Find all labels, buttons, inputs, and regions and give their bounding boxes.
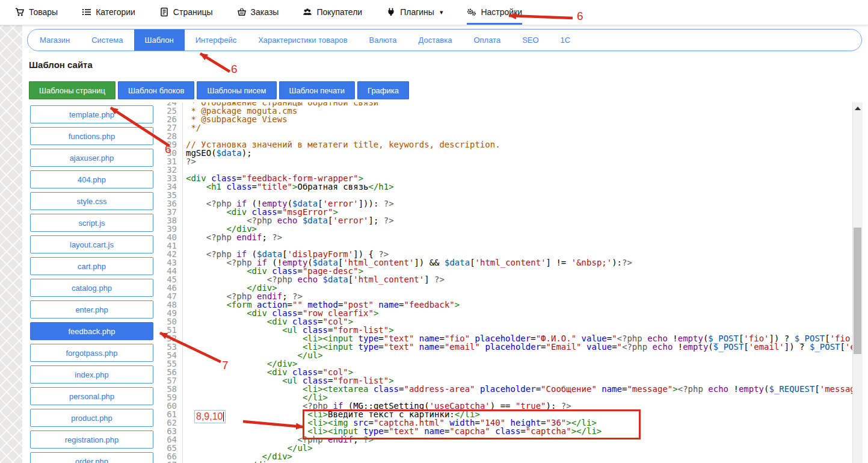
scroll-up-arrow-icon[interactable] (855, 107, 861, 110)
code-text[interactable]: <?php echo $data['html_content'] ?> (182, 275, 445, 284)
code-text[interactable]: <?php endif; ?> (182, 435, 374, 444)
code-text[interactable]: <div class="page-desc"> (182, 267, 363, 275)
nav-item-orders[interactable]: Заказы (237, 0, 279, 25)
code-text[interactable]: <div class="row clearfix"> (182, 309, 378, 317)
code-text[interactable]: </div> (182, 225, 257, 233)
code-text[interactable]: <div class="feedback-form-wrapper"> (182, 174, 363, 182)
annotation-note-input[interactable]: 8,9,10 (194, 410, 226, 423)
nav-item-pages[interactable]: Страницы (159, 0, 213, 25)
code-text[interactable]: </div> (182, 359, 297, 368)
code-line-56: 56 <div class="col"> (162, 368, 852, 376)
plug-icon (386, 7, 396, 17)
tab-seo[interactable]: SEO (511, 30, 549, 51)
code-text[interactable]: <li><input type="text" name="capcha" cla… (182, 427, 602, 435)
tab-currency[interactable]: Валюта (359, 30, 408, 51)
code-text[interactable]: <?php endif; ?> (182, 292, 303, 300)
code-text[interactable] (182, 132, 186, 140)
code-line-33: 33<div class="feedback-form-wrapper"> (162, 174, 852, 182)
line-number: 43 (162, 258, 182, 267)
file-item-layout.cart.js[interactable]: layout.cart.js (30, 235, 153, 253)
code-text[interactable]: <h1 class="title">Обратная связь</h1> (182, 182, 394, 191)
tab-product-properties[interactable]: Характеристики товаров (247, 30, 358, 51)
code-text[interactable]: <li><textarea class="address-area" place… (182, 385, 852, 393)
code-editor[interactable]: 24 * Отображение страницы обратной связи… (162, 102, 852, 463)
tab-interface[interactable]: Интерфейс (185, 30, 247, 51)
code-text[interactable]: <div class="msgError"> (182, 208, 338, 216)
annotation-note-text: 8,9,10 (196, 411, 223, 422)
file-item-product.php[interactable]: product.php (30, 409, 153, 427)
code-text[interactable]: </div> (182, 461, 277, 463)
text-cursor (223, 412, 224, 421)
file-item-template.php[interactable]: template.php (30, 105, 153, 123)
file-item-personal.php[interactable]: personal.php (30, 387, 153, 405)
tab-template[interactable]: Шаблон (134, 30, 185, 51)
code-text[interactable]: <div class="col"> (182, 317, 353, 326)
code-line-60: 60 <?php if (MG::getSetting('useCaptcha'… (162, 402, 852, 410)
code-text[interactable]: <?php if (!empty($data['html_content']) … (182, 258, 632, 267)
print-template-button[interactable]: Шаблон печати (279, 81, 356, 99)
email-templates-button[interactable]: Шаблоны писем (197, 81, 276, 99)
code-text[interactable]: </div> (182, 452, 292, 461)
code-text[interactable]: <?php if ($data['dislpayForm']) { ?> (182, 250, 389, 258)
code-line-26: 26 * @subpackage Views (162, 115, 852, 123)
code-text[interactable]: mgSEO($data); (182, 149, 252, 157)
code-text[interactable]: * @subpackage Views (182, 115, 288, 123)
file-item-ajaxuser.php[interactable]: ajaxuser.php (30, 149, 153, 167)
line-number: 28 (162, 132, 182, 140)
code-line-28: 28 (162, 132, 852, 140)
code-text[interactable]: </ul> (182, 444, 313, 452)
graphics-button[interactable]: Графика (357, 81, 409, 99)
file-item-cart.php[interactable]: cart.php (30, 257, 153, 275)
tab-payment[interactable]: Оплата (463, 30, 511, 51)
tab-shop[interactable]: Магазин (29, 30, 81, 51)
file-item-functions.php[interactable]: functions.php (30, 127, 153, 145)
code-line-48: 48 <form action="" method="post" name="f… (162, 300, 852, 309)
code-text[interactable]: <li><input type="text" name="email" plac… (182, 343, 852, 351)
file-item-script.js[interactable]: script.js (30, 214, 153, 232)
file-item-catalog.php[interactable]: catalog.php (30, 279, 153, 297)
tab-system[interactable]: Система (81, 30, 134, 51)
code-text[interactable] (182, 166, 186, 174)
code-line-44: 44 <div class="page-desc"> (162, 267, 852, 275)
block-templates-button[interactable]: Шаблон блоков (118, 81, 195, 99)
editor-scrollbar[interactable] (852, 102, 863, 463)
code-text[interactable]: <div class="col"> (182, 368, 353, 376)
code-text[interactable] (182, 241, 186, 250)
code-text[interactable]: */ (182, 123, 201, 132)
code-text[interactable]: <li>Введите текст с картинки:</li> (182, 410, 480, 418)
file-item-404.php[interactable]: 404.php (30, 170, 153, 188)
code-text[interactable]: </ul> (182, 351, 323, 359)
code-text[interactable]: <ul class="form-list"> (182, 326, 394, 334)
code-text[interactable]: <?php if (MG::getSetting('useCaptcha') =… (182, 402, 571, 410)
nav-item-customers[interactable]: Покупатели (303, 0, 362, 25)
file-item-registration.php[interactable]: registration.php (30, 430, 153, 449)
code-text[interactable]: <li><input type="text" name="fio" placeh… (182, 334, 852, 343)
code-text[interactable] (182, 191, 186, 199)
nav-item-plugins[interactable]: Плагины▾ (386, 0, 443, 25)
code-text[interactable]: <form action="" method="post" name="feed… (182, 300, 460, 309)
code-text[interactable]: ?> (182, 157, 196, 166)
nav-item-settings[interactable]: Настройки (467, 0, 522, 25)
nav-item-products[interactable]: Товары (15, 0, 58, 25)
file-item-index.php[interactable]: index.php (30, 365, 153, 384)
code-text[interactable]: * @package moguta.cms (182, 107, 297, 115)
code-text[interactable]: <?php echo $data['error']; ?> (182, 216, 394, 225)
code-text[interactable]: <?php endif; ?> (182, 233, 282, 241)
code-text[interactable]: <?php if (!empty($data['error'])): ?> (182, 199, 394, 208)
file-item-enter.php[interactable]: enter.php (30, 300, 153, 319)
tab-delivery[interactable]: Доставка (408, 30, 463, 51)
scrollbar-thumb[interactable] (854, 228, 861, 354)
code-text[interactable]: // Установка значений в метатеги title, … (182, 140, 500, 149)
nav-item-categories[interactable]: Категории (82, 0, 135, 25)
code-text[interactable]: </div> (182, 284, 277, 292)
code-text[interactable]: </li> (182, 393, 328, 402)
code-text[interactable]: <ul class="form-list"> (182, 376, 394, 385)
file-item-forgotpass.php[interactable]: forgotpass.php (30, 344, 153, 362)
page-templates-button[interactable]: Шаблоны страниц (29, 81, 115, 99)
tab-1c[interactable]: 1С (550, 30, 582, 51)
file-item-order.php[interactable]: order.php (30, 452, 153, 463)
file-item-style.css[interactable]: style.css (30, 192, 153, 210)
line-number: 66 (162, 452, 182, 461)
code-text[interactable]: <li><img src="captcha.html" width="140" … (182, 418, 597, 427)
file-item-feedback.php[interactable]: feedback.php (30, 322, 153, 340)
